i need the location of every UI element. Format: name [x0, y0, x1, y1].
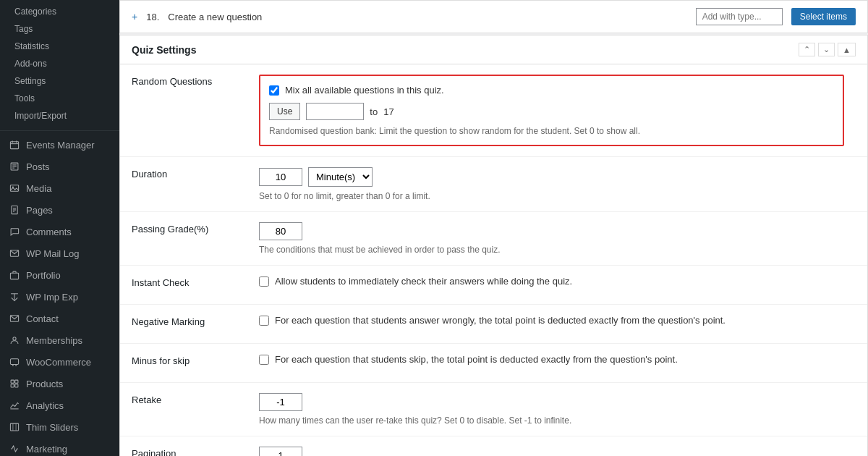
svg-point-22 [15, 365, 17, 366]
random-questions-row: Random Questions Mix all available quest… [120, 64, 867, 157]
sidebar-item-media[interactable]: Media [0, 177, 119, 199]
negative-marking-checkbox-label: For each question that students answer w… [275, 315, 726, 326]
sidebar-item-events-manager[interactable]: Events Manager [0, 134, 119, 156]
sidebar-item-products[interactable]: Products [0, 373, 119, 394]
sidebar-item-wp-mail-log-label: WP Mail Log [26, 248, 79, 259]
sidebar-item-comments[interactable]: Comments [0, 221, 119, 242]
sidebar-item-settings[interactable]: Settings [0, 72, 119, 90]
passing-grade-row: Passing Grade(%) The conditions that mus… [120, 212, 867, 266]
to-label: to [370, 106, 378, 117]
woo-icon [9, 356, 20, 368]
svg-rect-23 [11, 380, 14, 383]
random-questions-checkbox-label: Mix all available questions in this quiz… [285, 85, 444, 96]
products-icon [9, 378, 20, 389]
sidebar-item-woocommerce-label: WooCommerce [26, 357, 91, 368]
retake-row: Retake How many times can the user re-ta… [120, 383, 867, 436]
retake-control: How many times can the user re-take this… [259, 393, 856, 426]
sidebar-item-wp-imp-exp[interactable]: WP Imp Exp [0, 286, 119, 308]
sidebar-item-marketing-label: Marketing [26, 444, 67, 455]
svg-point-21 [12, 365, 14, 366]
instant-check-row: Instant Check Allow students to immediat… [120, 266, 867, 305]
contact-icon [9, 313, 20, 324]
negative-marking-checkbox[interactable] [259, 316, 269, 326]
retake-hint: How many times can the user re-take this… [259, 415, 856, 426]
retake-input[interactable] [259, 393, 302, 411]
select-items-button[interactable]: Select items [791, 8, 856, 25]
sidebar-item-contact-label: Contact [26, 313, 59, 324]
random-questions-checkbox[interactable] [269, 85, 279, 96]
portfolio-icon [9, 269, 20, 281]
plus-icon[interactable]: + [132, 11, 137, 22]
sidebar-item-woocommerce[interactable]: WooCommerce [0, 351, 119, 373]
collapse-down-button[interactable]: ⌄ [818, 43, 835, 56]
sidebar-item-portfolio[interactable]: Portfolio [0, 264, 119, 286]
negative-marking-label: Negative Marking [132, 315, 247, 327]
collapse-up-button[interactable]: ⌃ [799, 43, 815, 56]
svg-rect-28 [10, 423, 18, 431]
to-value: 17 [383, 106, 393, 117]
posts-icon [9, 161, 20, 172]
main-content: + 18. Create a new question Select items… [119, 0, 868, 456]
duration-value-input[interactable] [259, 168, 302, 186]
mail-icon [9, 248, 20, 259]
passing-grade-label: Passing Grade(%) [132, 222, 247, 235]
sidebar-item-comments-label: Comments [26, 227, 72, 237]
svg-rect-25 [11, 384, 14, 387]
sidebar-item-contact[interactable]: Contact [0, 308, 119, 329]
instant-check-checkbox[interactable] [259, 276, 269, 287]
add-with-type-input[interactable] [696, 8, 783, 25]
minus-for-skip-checkbox-label: For each question that students skip, th… [275, 354, 678, 365]
quiz-settings-title: Quiz Settings [132, 44, 196, 56]
sidebar-item-thim-sliders[interactable]: Thim Sliders [0, 416, 119, 438]
negative-marking-row: Negative Marking For each question that … [120, 305, 867, 344]
random-questions-box: Mix all available questions in this quiz… [259, 75, 844, 146]
sidebar-item-memberships[interactable]: Memberships [0, 329, 119, 351]
minus-for-skip-row: Minus for skip For each question that st… [120, 344, 867, 383]
sidebar-item-marketing[interactable]: Marketing [0, 438, 119, 456]
pagination-control: The number of displayed questions on eac… [259, 447, 856, 456]
question-number: 18. [146, 12, 159, 22]
instant-check-checkbox-label: Allow students to immediately check thei… [275, 276, 572, 287]
duration-control: Minute(s) Hour(s) Set to 0 for no limit,… [259, 167, 856, 201]
pagination-input[interactable] [259, 447, 302, 456]
minus-for-skip-checkbox[interactable] [259, 355, 269, 365]
header-controls: ⌃ ⌄ ▲ [799, 43, 856, 56]
sidebar-item-statistics[interactable]: Statistics [0, 38, 119, 55]
sidebar-item-posts[interactable]: Posts [0, 156, 119, 177]
instant-check-label: Instant Check [132, 276, 247, 288]
sidebar-item-tags[interactable]: Tags [0, 20, 119, 38]
quiz-settings-panel: Quiz Settings ⌃ ⌄ ▲ Random Questions Mix… [119, 35, 868, 456]
analytics-icon [9, 400, 20, 411]
svg-rect-26 [15, 384, 18, 387]
passing-grade-input[interactable] [259, 222, 302, 240]
duration-row: Duration Minute(s) Hour(s) Set to 0 for … [120, 157, 867, 212]
settings-body: Random Questions Mix all available quest… [120, 64, 867, 456]
retake-label: Retake [132, 393, 247, 405]
question-label: Create a new question [168, 12, 262, 22]
duration-hint: Set to 0 for no limit, greater than 0 fo… [259, 191, 856, 201]
collapse-toggle-button[interactable]: ▲ [838, 43, 856, 56]
sidebar-item-analytics[interactable]: Analytics [0, 394, 119, 416]
sidebar-item-pages[interactable]: Pages [0, 199, 119, 221]
use-value-input[interactable] [306, 103, 364, 120]
sidebar-item-events-manager-label: Events Manager [26, 140, 95, 151]
duration-unit-select[interactable]: Minute(s) Hour(s) [308, 167, 373, 187]
svg-rect-24 [15, 380, 18, 383]
question-bar: + 18. Create a new question Select items [119, 0, 868, 33]
svg-rect-0 [10, 142, 18, 149]
sidebar-item-tools[interactable]: Tools [0, 90, 119, 107]
passing-grade-control: The conditions that must be achieved in … [259, 222, 856, 255]
sidebar-item-import-export[interactable]: Import/Export [0, 107, 119, 124]
sidebar-item-portfolio-label: Portfolio [26, 270, 61, 281]
sidebar-item-categories[interactable]: Categories [0, 3, 119, 20]
sidebar-item-add-ons[interactable]: Add-ons [0, 55, 119, 72]
comments-icon [9, 226, 20, 237]
sidebar-item-wp-mail-log[interactable]: WP Mail Log [0, 242, 119, 264]
sidebar-item-wp-imp-exp-label: WP Imp Exp [26, 292, 78, 303]
sidebar-item-posts-label: Posts [26, 161, 50, 172]
use-button[interactable]: Use [269, 103, 300, 120]
sidebar-item-pages-label: Pages [26, 205, 53, 216]
sidebar-item-products-label: Products [26, 379, 63, 389]
import-icon [9, 291, 20, 303]
random-questions-label: Random Questions [132, 75, 247, 146]
